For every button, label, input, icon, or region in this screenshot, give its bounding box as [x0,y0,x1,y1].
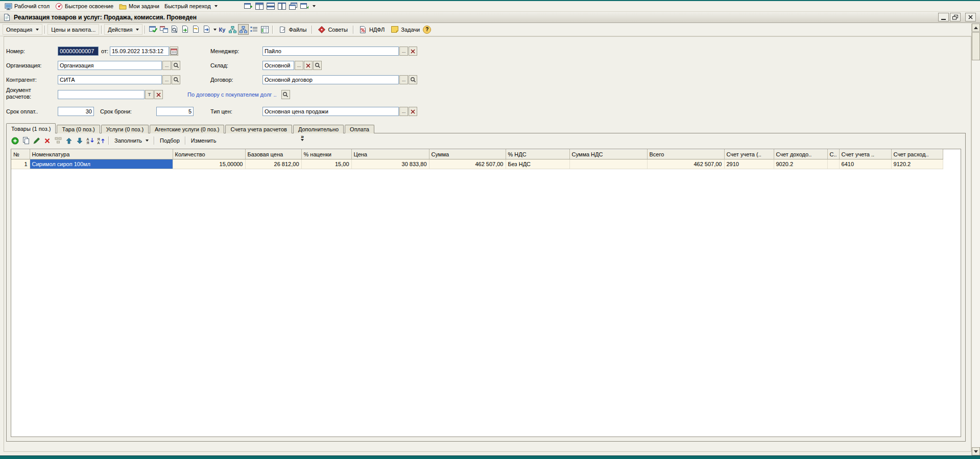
col-header-quantity[interactable]: Количество [173,150,245,159]
sort-asc-button[interactable]: АЯ [85,135,95,146]
warehouse-select-button[interactable]: ... [295,61,303,70]
date-input[interactable] [110,47,169,56]
cell-num[interactable]: 1 [11,159,30,169]
counterparty-input[interactable] [58,75,162,84]
windows-menu-icon[interactable] [300,2,309,11]
col-header-base-price[interactable]: Базовая цена [245,150,301,159]
restore-button[interactable] [950,13,961,21]
col-header-markup[interactable]: % наценки [301,150,351,159]
cell-base-price[interactable]: 26 812,00 [245,159,301,169]
manager-select-button[interactable]: ... [399,47,408,56]
counterparty-open-button[interactable] [172,75,180,84]
operation-menu-button[interactable]: Операция [3,24,42,35]
files-button[interactable]: Файлы [275,24,309,35]
organization-input[interactable] [58,61,162,70]
cell-account2[interactable]: 6410 [839,159,891,169]
actions-menu-button[interactable]: Действия [104,24,142,35]
col-header-account1[interactable]: Счет учета (.. [724,150,774,159]
quick-jump-button[interactable]: Быстрый переход [162,2,220,11]
price-type-select-button[interactable]: ... [399,107,408,116]
move-up-button[interactable] [63,135,74,146]
col-header-num[interactable]: № [11,150,30,159]
contract-open-button[interactable] [409,75,417,84]
col-header-expense-account[interactable]: Счет расход.. [891,150,943,159]
ku-button[interactable]: Ку [217,24,227,35]
price-type-input[interactable] [262,107,399,116]
organization-open-button[interactable] [172,61,180,70]
help-button[interactable]: ? [423,26,431,34]
cell-quantity[interactable]: 15,00000 [173,159,245,169]
reread-document-button[interactable] [190,24,201,35]
list-view-button[interactable] [249,24,259,35]
cell-sum[interactable]: 462 507,00 [429,159,506,169]
col-header-vat-pct[interactable]: % НДС [506,150,569,159]
advice-button[interactable]: Советы [315,24,350,35]
contract-select-button[interactable]: ... [399,75,408,84]
warehouse-open-button[interactable] [313,61,322,70]
tab-agency-services[interactable]: Агентские услуги (0 поз.) [150,125,224,133]
cell-price[interactable]: 30 833,80 [351,159,429,169]
payment-term-input[interactable] [58,107,94,116]
cell-vat-sum[interactable] [569,159,647,169]
manager-clear-button[interactable] [409,47,417,56]
warehouse-clear-button[interactable] [304,61,313,70]
pick-button[interactable]: Подбор [157,136,183,145]
tile-horizontal-icon[interactable] [266,2,275,11]
scroll-down-button[interactable] [972,447,980,455]
debt-link[interactable]: По договору с покупателем долг .. [187,91,277,98]
manager-input[interactable] [262,47,399,56]
tab-settlement-accounts[interactable]: Счета учета расчетов [225,125,292,133]
move-down-button[interactable] [74,135,85,146]
col-header-nomenclature[interactable]: Номенклатура [30,150,173,159]
tab-services[interactable]: Услуги (0 поз.) [101,125,149,133]
split-window-icon[interactable] [255,2,264,11]
scroll-up-button[interactable] [972,24,980,32]
col-header-vat-sum[interactable]: Сумма НДС [569,150,647,159]
copy-document-button[interactable] [180,24,190,35]
change-button[interactable]: Изменить [188,136,220,145]
vertical-scrollbar[interactable] [971,24,980,455]
tile-vertical-icon[interactable] [277,2,286,11]
minimize-button[interactable] [938,13,949,21]
windows-menu-dropdown-icon[interactable] [313,5,316,7]
structure-button[interactable] [227,24,238,35]
reserve-term-input[interactable] [156,107,194,116]
debt-open-button[interactable] [281,90,290,99]
price-type-clear-button[interactable] [409,107,417,116]
post-document-button[interactable] [148,24,158,35]
col-header-c[interactable]: С.. [827,150,839,159]
tasks-button[interactable]: Задачи [388,24,423,35]
warehouse-input[interactable] [262,61,294,70]
copy-row-button[interactable] [20,135,31,146]
hierarchy-view-button[interactable] [238,24,249,35]
col-header-income-account[interactable]: Счет доходо.. [774,150,827,159]
cell-account1[interactable]: 2910 [724,159,774,169]
cell-total[interactable]: 462 507,00 [647,159,724,169]
report-button[interactable] [259,24,270,35]
tab-payment[interactable]: Оплата [345,125,374,133]
open-windows-button[interactable] [158,24,169,35]
delete-row-button[interactable] [42,135,53,146]
edit-row-button[interactable] [31,135,42,146]
tab-additional[interactable]: Дополнительно [293,125,344,133]
find-in-document-button[interactable] [169,24,180,35]
sort-desc-button[interactable]: ЯА [95,135,106,146]
col-header-account2[interactable]: Счет учета .. [839,150,891,159]
add-row-button[interactable] [10,135,20,146]
settlement-doc-type-button[interactable]: Т [145,90,154,99]
scrollbar-thumb[interactable] [972,32,980,60]
organization-select-button[interactable]: ... [162,61,171,70]
desktop-button[interactable]: Рабочий стол [2,2,52,11]
col-header-sum[interactable]: Сумма [429,150,506,159]
settlement-doc-input[interactable] [58,90,145,99]
ndfl-button[interactable]: НДФЛ [356,24,388,35]
col-header-price[interactable]: Цена [351,150,429,159]
cell-c[interactable] [827,159,839,169]
close-button[interactable] [965,13,976,21]
cell-vat-pct[interactable]: Без НДС [506,159,569,169]
cascade-windows-icon[interactable] [289,2,298,11]
number-input[interactable] [58,47,99,56]
date-calendar-button[interactable] [170,47,178,56]
contract-input[interactable] [262,75,399,84]
prices-currency-button[interactable]: Цены и валюта... [47,24,99,35]
